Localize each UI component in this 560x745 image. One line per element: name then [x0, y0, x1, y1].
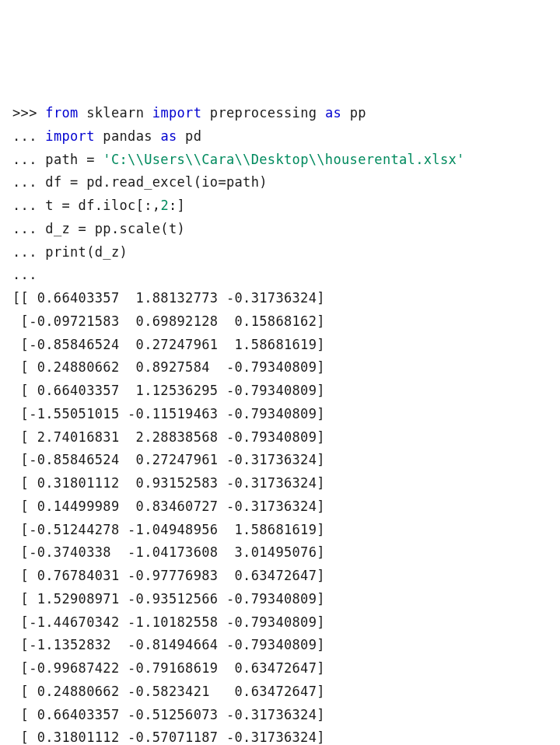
kw-import2: import: [45, 128, 94, 144]
string-path: 'C:\\Users\\Cara\\Desktop\\houserental.x…: [103, 152, 464, 167]
kw-as2: as: [160, 128, 177, 144]
prompt-cont-blank: ...: [12, 267, 45, 282]
output-row: [ 0.66403357 -0.51256073 -0.31736324]: [12, 707, 325, 722]
mod-preprocessing: preprocessing: [210, 105, 317, 121]
prompt-cont: ...: [12, 152, 45, 167]
output-row: [-0.3740338 -1.04173608 3.01495076]: [12, 544, 325, 560]
output-row: [-1.55051015 -0.11519463 -0.79340809]: [12, 406, 325, 421]
prompt-primary: >>>: [12, 105, 45, 121]
output-row: [[ 0.66403357 1.88132773 -0.31736324]: [12, 290, 325, 306]
output-row: [ 2.74016831 2.28838568 -0.79340809]: [12, 429, 325, 445]
line-scale: d_z = pp.scale(t): [45, 221, 185, 236]
line-read-excel: df = pd.read_excel(io=path): [45, 174, 268, 190]
output-row: [-1.1352832 -0.81494664 -0.79340809]: [12, 637, 325, 652]
line-iloc-a: t = df.iloc[:,: [45, 198, 160, 213]
output-row: [-0.51244278 -1.04948956 1.58681619]: [12, 522, 325, 537]
output-row: [ 0.76784031 -0.97776983 0.63472647]: [12, 568, 325, 583]
output-row: [ 0.66403357 1.12536295 -0.79340809]: [12, 383, 325, 398]
prompt-cont: ...: [12, 128, 45, 144]
assign-path: path =: [45, 152, 103, 167]
kw-as: as: [325, 105, 341, 121]
output-row: [-0.85846524 0.27247961 1.58681619]: [12, 337, 325, 352]
output-row: [ 0.24880662 -0.5823421 0.63472647]: [12, 684, 325, 699]
num-2: 2: [160, 198, 169, 213]
output-row: [ 0.31801112 0.93152583 -0.31736324]: [12, 475, 325, 491]
kw-from: from: [45, 105, 78, 121]
output-row: [-0.09721583 0.69892128 0.15868162]: [12, 313, 325, 329]
mod-sklearn: sklearn: [86, 105, 144, 121]
prompt-cont: ...: [12, 221, 45, 236]
output-row: [ 0.14499989 0.83460727 -0.31736324]: [12, 498, 325, 514]
alias-pp: pp: [350, 105, 366, 121]
output-row: [ 0.24880662 0.8927584 -0.79340809]: [12, 359, 325, 375]
prompt-cont: ...: [12, 174, 45, 190]
output-row: [-0.99687422 -0.79168619 0.63472647]: [12, 660, 325, 676]
prompt-cont: ...: [12, 198, 45, 213]
code-block: >>> from sklearn import preprocessing as…: [12, 102, 548, 745]
line-iloc-b: :]: [169, 198, 185, 213]
line-print: print(d_z): [45, 244, 128, 260]
output-row: [-1.44670342 -1.10182558 -0.79340809]: [12, 614, 325, 630]
alias-pd: pd: [185, 128, 201, 144]
prompt-cont: ...: [12, 244, 45, 260]
kw-import: import: [152, 105, 201, 121]
mod-pandas: pandas: [103, 128, 152, 144]
output-row: [ 0.31801112 -0.57071187 -0.31736324]: [12, 729, 325, 745]
output-row: [-0.85846524 0.27247961 -0.31736324]: [12, 452, 325, 467]
output-row: [ 1.52908971 -0.93512566 -0.79340809]: [12, 591, 325, 607]
